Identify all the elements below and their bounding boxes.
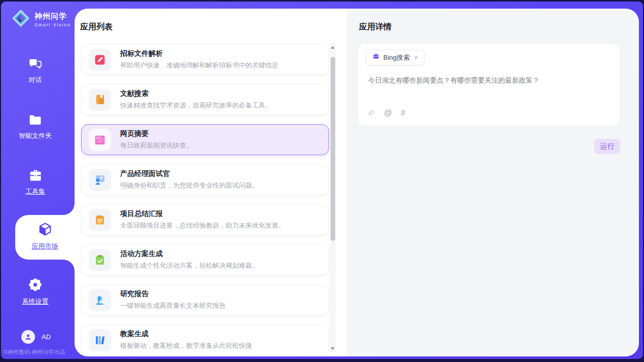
run-button[interactable]: 运行	[594, 139, 620, 154]
app-card[interactable]: 招标文件解析帮助用户快速、准确地理解和解析招标书中的关键信息	[81, 44, 329, 75]
app-icon-tile: </>	[89, 129, 111, 151]
scrollbar[interactable]	[330, 43, 336, 352]
app-icon-tile	[89, 249, 111, 271]
sidebar: 神州问学 Smart Vision 对话智能文件夹工具集应用市场系统设置 AD …	[1, 2, 75, 359]
books-icon	[94, 334, 106, 346]
scroll-up-icon[interactable]	[330, 44, 336, 50]
prompt-input[interactable]: Bing搜索 × 今日湖北有哪些新闻要点？有哪些需要关注的最新政策？ @ #	[357, 43, 621, 126]
diamond-logo-icon	[11, 9, 30, 30]
sidebar-item-label: 应用市场	[32, 242, 58, 251]
gear-icon	[28, 277, 43, 294]
app-icon-tile	[89, 329, 111, 351]
app-card-title: 教案生成	[120, 330, 252, 339]
book-icon	[94, 94, 106, 106]
app-card-desc: 明确身份和职责，为您提供专业性的面试问题。	[120, 181, 259, 190]
scroll-down-icon[interactable]	[330, 345, 336, 351]
cube-icon	[38, 222, 53, 239]
app-card-title: 招标文件解析	[120, 49, 278, 58]
app-card[interactable]: 文献搜索快速精准查找学术资源，提高研究效率的必备工具。	[81, 84, 329, 115]
edit-doc-icon	[94, 54, 106, 66]
app-card[interactable]: 活动方案生成智能生成个性化活动方案，轻松解决规划难题。	[81, 244, 329, 275]
sidebar-item-label: 工具集	[25, 187, 45, 196]
app-card[interactable]: 产品经理面试官明确身份和职责，为您提供专业性的面试问题。	[81, 164, 329, 195]
clipboard-icon	[94, 254, 106, 266]
app-icon-tile	[89, 49, 111, 71]
app-card-desc: 智能生成个性化活动方案，轻松解决规划难题。	[120, 261, 259, 270]
user-name: AD	[42, 333, 51, 341]
app-card-title: 文献搜索	[120, 89, 272, 98]
sidebar-item-folders[interactable]: 智能文件夹	[1, 114, 69, 140]
user-row[interactable]: AD	[21, 330, 51, 344]
app-icon-tile	[89, 169, 111, 191]
chip-label: Bing搜索	[383, 53, 410, 62]
scrollbar-thumb[interactable]	[331, 57, 335, 241]
sidebar-item-label: 智能文件夹	[19, 131, 52, 140]
app-card-desc: 一键智能生成高质量长文本研究报告	[120, 301, 226, 310]
input-toolbar: @ #	[368, 108, 405, 118]
chat-icon	[28, 57, 43, 73]
sidebar-item-settings[interactable]: 系统设置	[1, 277, 69, 306]
brand-logo: 神州问学 Smart Vision	[11, 9, 71, 30]
app-icon-tile	[89, 289, 111, 311]
sidebar-item-chat[interactable]: 对话	[1, 57, 69, 85]
svg-text:</>: </>	[97, 139, 103, 143]
sidebar-item-tools[interactable]: 工具集	[1, 169, 69, 196]
app-card-desc: 帮助用户快速、准确地理解和解析招标书中的关键信息	[120, 61, 278, 70]
brand-name: 神州问学	[34, 12, 71, 21]
app-card[interactable]: 教案生成模板驱动，教案秒成，教学准备从此轻松快捷	[81, 324, 329, 355]
app-detail-panel: 应用详情 Bing搜索 × 今日湖北有哪些新闻要点？有哪些需要关注的最新政策？	[347, 9, 639, 356]
app-detail-title: 应用详情	[359, 22, 391, 32]
app-card[interactable]: </>网页摘要每日政府新闻资讯快查。	[81, 124, 329, 155]
app-icon-tile	[89, 209, 111, 231]
chip-close-icon[interactable]: ×	[413, 54, 419, 61]
webpage-icon: </>	[94, 134, 106, 146]
app-list-panel: 应用列表 招标文件解析帮助用户快速、准确地理解和解析招标书中的关键信息文献搜索快…	[75, 9, 347, 356]
query-text[interactable]: 今日湖北有哪些新闻要点？有哪些需要关注的最新政策？	[368, 76, 610, 86]
app-card-title: 研究报告	[120, 289, 226, 299]
sidebar-item-label: 系统设置	[22, 297, 49, 306]
paperclip-icon[interactable]	[368, 109, 375, 117]
interview-icon	[94, 174, 106, 186]
avatar[interactable]	[21, 330, 35, 344]
app-icon-tile	[89, 89, 111, 111]
app-card[interactable]: 项目总结汇报全面回顾项目进展，总结经验教训，助力未来优化发展。	[81, 204, 329, 235]
hash-icon[interactable]: #	[401, 108, 405, 118]
notepad-icon	[94, 214, 106, 226]
app-card-desc: 快速精准查找学术资源，提高研究效率的必备工具。	[120, 101, 272, 110]
app-card-title: 活动方案生成	[120, 249, 259, 259]
app-card-desc: 每日政府新闻资讯快查。	[120, 141, 193, 150]
briefcase-icon	[372, 53, 380, 62]
sidebar-item-market[interactable]: 应用市场	[15, 222, 75, 251]
copyright-text: ©神州数码·神州问学出品	[4, 348, 65, 356]
app-card[interactable]: 研究报告一键智能生成高质量长文本研究报告	[81, 284, 329, 315]
at-icon[interactable]: @	[384, 108, 392, 118]
app-card-desc: 全面回顾项目进展，总结经验教训，助力未来优化发展。	[120, 221, 285, 230]
plugin-chip[interactable]: Bing搜索 ×	[366, 50, 424, 65]
app-card-desc: 模板驱动，教案秒成，教学准备从此轻松快捷	[120, 341, 252, 350]
app-card-title: 产品经理面试官	[120, 169, 259, 178]
brand-subtitle: Smart Vision	[34, 22, 71, 27]
research-icon	[94, 294, 106, 306]
folder-icon	[28, 114, 42, 128]
sidebar-item-label: 对话	[29, 76, 42, 85]
app-window: 神州问学 Smart Vision 对话智能文件夹工具集应用市场系统设置 AD …	[1, 2, 643, 359]
app-card-title: 网页摘要	[120, 129, 193, 138]
app-list-title: 应用列表	[80, 22, 113, 32]
app-card-title: 项目总结汇报	[120, 209, 285, 219]
briefcase-icon	[28, 169, 43, 184]
